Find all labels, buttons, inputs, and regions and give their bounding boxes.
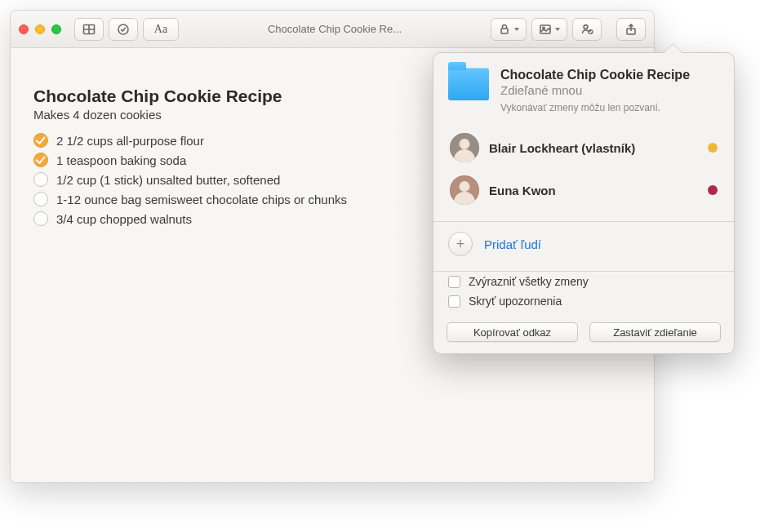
window-title: Chocolate Chip Cookie Re... xyxy=(185,23,484,35)
check-circle-icon[interactable] xyxy=(33,172,48,187)
share-title: Chocolate Chip Cookie Recipe xyxy=(500,68,719,82)
highlight-changes-label: Zvýrazniť všetky zmeny xyxy=(469,275,589,288)
lock-icon xyxy=(498,23,511,36)
close-window-button[interactable] xyxy=(19,24,29,34)
checklist-item-text: 3/4 cup chopped walnuts xyxy=(56,212,192,226)
hide-alerts-checkbox[interactable]: Skryť upozornenia xyxy=(448,295,719,308)
collaboration-popover: Chocolate Chip Cookie Recipe Zdieľané mn… xyxy=(433,52,735,354)
format-button[interactable]: Aa xyxy=(143,18,179,41)
share-shared-by: Zdieľané mnou xyxy=(500,83,719,97)
participant-color-dot xyxy=(708,185,718,195)
checklist-button[interactable] xyxy=(109,18,138,41)
svg-rect-4 xyxy=(501,29,508,33)
share-permission-note: Vykonávať zmeny môžu len pozvaní. xyxy=(500,102,719,113)
checklist-item-text: 1/2 cup (1 stick) unsalted butter, softe… xyxy=(56,173,280,187)
lock-button[interactable] xyxy=(491,18,527,41)
checkbox-icon xyxy=(448,276,460,288)
hide-alerts-label: Skryť upozornenia xyxy=(469,295,562,308)
checklist-icon xyxy=(117,23,130,36)
check-circle-icon[interactable] xyxy=(33,153,48,167)
plus-icon: + xyxy=(448,232,473,256)
participant-row[interactable]: Euna Kwon xyxy=(445,169,722,211)
table-icon xyxy=(82,23,96,36)
checklist-item-text: 1 teaspoon baking soda xyxy=(56,153,186,167)
share-button[interactable] xyxy=(616,18,646,41)
chevron-down-icon xyxy=(555,28,560,31)
share-icon xyxy=(624,23,638,36)
titlebar: Aa Chocolate Chip Cookie Re... xyxy=(11,11,654,48)
minimize-window-button[interactable] xyxy=(35,24,45,34)
participant-color-dot xyxy=(708,143,718,153)
avatar xyxy=(450,133,479,162)
checklist-item-text: 2 1/2 cups all-purpose flour xyxy=(56,134,204,148)
svg-point-7 xyxy=(584,24,588,29)
person-check-icon xyxy=(580,23,593,36)
folder-icon xyxy=(448,68,489,100)
media-button[interactable] xyxy=(531,18,567,41)
copy-link-button[interactable]: Kopírovať odkaz xyxy=(447,322,578,342)
highlight-changes-checkbox[interactable]: Zvýrazniť všetky zmeny xyxy=(448,275,719,288)
participant-name: Euna Kwon xyxy=(489,184,698,197)
avatar xyxy=(450,175,479,205)
table-button[interactable] xyxy=(74,18,104,41)
check-circle-icon[interactable] xyxy=(33,133,48,148)
format-icon: Aa xyxy=(154,23,167,36)
stop-sharing-button[interactable]: Zastaviť zdieľanie xyxy=(589,322,721,342)
check-circle-icon[interactable] xyxy=(33,192,48,206)
photo-icon xyxy=(539,23,552,36)
participants-list: Blair Lockheart (vlastník)Euna Kwon xyxy=(433,120,734,215)
add-people-row[interactable]: + Pridať ľudí xyxy=(433,222,734,264)
checkbox-icon xyxy=(448,295,460,308)
participant-row[interactable]: Blair Lockheart (vlastník) xyxy=(445,126,722,169)
collaborate-button[interactable] xyxy=(572,18,602,41)
add-people-label: Pridať ľudí xyxy=(484,237,541,251)
window-controls xyxy=(19,24,61,34)
chevron-down-icon xyxy=(514,28,519,31)
zoom-window-button[interactable] xyxy=(51,24,61,34)
checklist-item-text: 1-12 ounce bag semisweet chocolate chips… xyxy=(56,193,347,206)
participant-name: Blair Lockheart (vlastník) xyxy=(489,141,698,155)
check-circle-icon[interactable] xyxy=(33,211,48,226)
